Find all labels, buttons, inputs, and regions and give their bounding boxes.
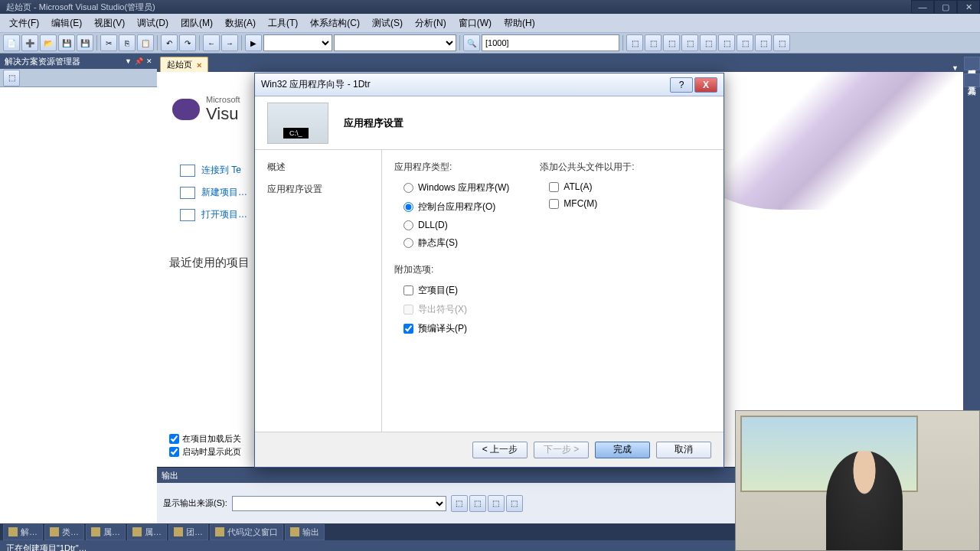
undo-icon[interactable]: ↶ xyxy=(161,34,178,51)
tool-icon[interactable]: ⬚ xyxy=(755,34,772,51)
bottom-tab[interactable]: 解… xyxy=(3,524,43,540)
tool-icon[interactable]: ⬚ xyxy=(773,34,790,51)
solution-toolbar: ⬚ xyxy=(0,69,157,87)
open-project-link[interactable]: 打开项目… xyxy=(180,208,247,221)
connect-icon xyxy=(180,165,195,177)
tool-icon[interactable]: ⬚ xyxy=(626,34,643,51)
dropdown-icon[interactable]: ▼ xyxy=(125,57,132,65)
find-icon[interactable]: 🔍 xyxy=(463,34,480,51)
menu-team[interactable]: 团队(M) xyxy=(175,15,219,31)
cut-icon[interactable]: ✂ xyxy=(100,34,117,51)
menu-help[interactable]: 帮助(H) xyxy=(498,15,541,31)
menu-data[interactable]: 数据(A) xyxy=(219,15,262,31)
maximize-button[interactable]: ▢ xyxy=(934,0,957,14)
tab-close-icon[interactable]: × xyxy=(197,60,201,70)
solution-tree[interactable] xyxy=(0,87,157,523)
menu-tools[interactable]: 工具(T) xyxy=(262,15,304,31)
separator xyxy=(459,35,460,51)
window-titlebar: 起始页 - Microsoft Visual Studio(管理员) xyxy=(0,0,980,14)
new-project-icon xyxy=(180,187,195,199)
tool-icon[interactable]: ⬚ xyxy=(700,34,717,51)
save-all-icon[interactable]: 💾 xyxy=(77,34,93,51)
menu-analyze[interactable]: 分析(N) xyxy=(409,15,452,31)
main-toolbar: 📄 ➕ 📂 💾 💾 ✂ ⎘ 📋 ↶ ↷ ← → ▶ 🔍 ⬚ ⬚ ⬚ ⬚ ⬚ ⬚ … xyxy=(0,32,980,54)
prev-button[interactable]: < 上一步 xyxy=(472,442,528,458)
additional-options-label: 附加选项: xyxy=(394,263,509,276)
radio-dll[interactable]: DLL(D) xyxy=(394,218,509,232)
add-item-icon[interactable]: ➕ xyxy=(21,34,38,51)
server-explorer-tab[interactable]: 服务器资源管理器 xyxy=(964,57,980,70)
radio-static-lib[interactable]: 静态库(S) xyxy=(394,235,509,251)
menu-window[interactable]: 窗口(W) xyxy=(452,15,498,31)
find-combo[interactable] xyxy=(482,34,619,51)
nav-back-icon[interactable]: ← xyxy=(203,34,220,51)
copy-icon[interactable]: ⎘ xyxy=(119,34,136,51)
pin-icon[interactable]: 📌 xyxy=(135,57,143,65)
menu-view[interactable]: 视图(V) xyxy=(88,15,131,31)
tool-icon[interactable]: ⬚ xyxy=(718,34,735,51)
menu-test[interactable]: 测试(S) xyxy=(366,15,409,31)
minimize-button[interactable]: — xyxy=(911,0,934,14)
nav-forward-icon[interactable]: → xyxy=(221,34,238,51)
tool-icon[interactable]: ⬚ xyxy=(663,34,680,51)
menu-file[interactable]: 文件(F) xyxy=(3,15,45,31)
output-tool-icon[interactable]: ⬚ xyxy=(451,495,468,512)
separator xyxy=(96,35,97,51)
main-menubar: 文件(F) 编辑(E) 视图(V) 调试(D) 团队(M) 数据(A) 工具(T… xyxy=(0,14,980,32)
output-tool-icon[interactable]: ⬚ xyxy=(488,495,505,512)
close-button[interactable]: ✕ xyxy=(957,0,980,14)
radio-windows-app[interactable]: Windows 应用程序(W) xyxy=(394,180,509,196)
tab-icon xyxy=(132,527,142,536)
toolbox-tab[interactable]: 工具箱 xyxy=(964,73,980,87)
paste-icon[interactable]: 📋 xyxy=(137,34,154,51)
properties-icon[interactable]: ⬚ xyxy=(3,70,20,86)
start-debug-icon[interactable]: ▶ xyxy=(245,34,262,51)
menu-debug[interactable]: 调试(D) xyxy=(131,15,175,31)
win32-wizard-dialog: Win32 应用程序向导 - 1Dtr ? X 应用程序设置 概述 应用程序设置… xyxy=(254,73,724,468)
check-empty-project[interactable]: 空项目(E) xyxy=(394,282,509,298)
check-precompiled-header[interactable]: 预编译头(P) xyxy=(394,321,509,337)
cancel-button[interactable]: 取消 xyxy=(656,442,711,458)
window-title: 起始页 - Microsoft Visual Studio(管理员) xyxy=(6,2,155,13)
tool-icon[interactable]: ⬚ xyxy=(645,34,662,51)
dialog-titlebar[interactable]: Win32 应用程序向导 - 1Dtr ? X xyxy=(255,73,724,96)
close-after-load-check[interactable]: 在项目加载后关 xyxy=(169,433,241,445)
help-button[interactable]: ? xyxy=(670,77,693,93)
output-source-combo[interactable] xyxy=(232,496,446,511)
tab-overflow-icon[interactable]: ▼ xyxy=(947,64,963,72)
check-export-symbols: 导出符号(X) xyxy=(394,302,509,318)
bottom-tab[interactable]: 属… xyxy=(127,524,167,540)
show-on-startup-check[interactable]: 启动时显示此页 xyxy=(169,446,241,458)
open-icon[interactable]: 📂 xyxy=(40,34,57,51)
menu-edit[interactable]: 编辑(E) xyxy=(45,15,88,31)
bottom-tab[interactable]: 输出 xyxy=(285,524,325,540)
bottom-tab[interactable]: 类… xyxy=(44,524,84,540)
config-combo[interactable] xyxy=(263,34,332,51)
check-atl[interactable]: ATL(A) xyxy=(540,180,634,194)
new-project-icon[interactable]: 📄 xyxy=(3,34,20,51)
output-tool-icon[interactable]: ⬚ xyxy=(469,495,486,512)
radio-console-app[interactable]: 控制台应用程序(O) xyxy=(394,199,509,215)
platform-combo[interactable] xyxy=(334,34,456,51)
save-icon[interactable]: 💾 xyxy=(58,34,75,51)
connect-team-link[interactable]: 连接到 Te xyxy=(180,164,247,177)
tab-start-page[interactable]: 起始页 × xyxy=(160,57,208,72)
new-project-link[interactable]: 新建项目… xyxy=(180,186,247,199)
redo-icon[interactable]: ↷ xyxy=(179,34,196,51)
output-tool-icon[interactable]: ⬚ xyxy=(506,495,523,512)
tool-icon[interactable]: ⬚ xyxy=(737,34,753,51)
tab-label: 起始页 xyxy=(167,59,192,70)
logo-small-text: Microsoft xyxy=(206,95,240,104)
dialog-sidebar: 概述 应用程序设置 xyxy=(255,150,382,432)
bottom-tab[interactable]: 团… xyxy=(168,524,208,540)
bottom-tab[interactable]: 属… xyxy=(86,524,126,540)
bottom-tab[interactable]: 代码定义窗口 xyxy=(210,524,283,540)
finish-button[interactable]: 完成 xyxy=(595,442,650,458)
sidebar-app-settings[interactable]: 应用程序设置 xyxy=(267,183,369,196)
dialog-close-button[interactable]: X xyxy=(694,77,717,93)
sidebar-overview[interactable]: 概述 xyxy=(267,161,369,174)
check-mfc[interactable]: MFC(M) xyxy=(540,197,634,210)
close-icon[interactable]: ✕ xyxy=(146,57,152,65)
tool-icon[interactable]: ⬚ xyxy=(681,34,698,51)
menu-architecture[interactable]: 体系结构(C) xyxy=(304,15,366,31)
